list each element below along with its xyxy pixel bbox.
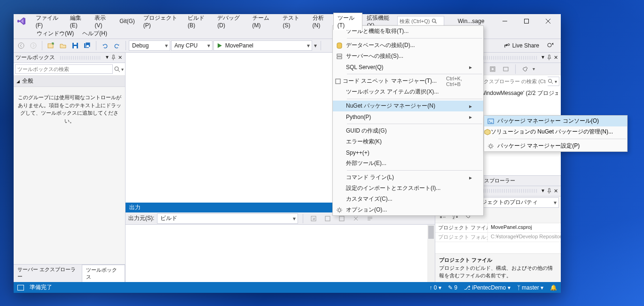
toolbox-category-general[interactable]: ◢全般 [14, 76, 125, 87]
status-changes[interactable]: ✎ 9 [448, 284, 457, 291]
tools-toolbox-items[interactable]: ツールボックス アイテムの選択(X)... [333, 86, 483, 97]
menu-git[interactable]: Git(G) [115, 16, 139, 26]
tools-snippets[interactable]: コード スニペット マネージャー(T)...Ctrl+K, Ctrl+B [333, 76, 483, 86]
sln-properties-button[interactable] [519, 63, 531, 75]
tools-server-connect[interactable]: サーバーへの接続(S)... [333, 51, 483, 62]
props-row-folder[interactable]: プロジェクト フォルダー C:¥storage¥Develop Reposito… [435, 233, 561, 242]
tools-sql-server[interactable]: SQL Server(Q)▸ [333, 62, 483, 72]
status-push[interactable]: ↑ 0 ▾ [429, 284, 441, 291]
window-menu-icon[interactable]: ▼ [541, 188, 545, 194]
close-pane-icon[interactable]: ✕ [117, 55, 123, 61]
tools-import-export[interactable]: 設定のインポートとエクスポート(I)... [333, 183, 483, 194]
maximize-button[interactable] [516, 15, 537, 28]
quick-search[interactable]: 検索 (Ctrl+Q) [397, 16, 444, 26]
status-notifications-icon[interactable]: 🔔 [550, 284, 557, 291]
svg-point-6 [18, 43, 24, 48]
redo-button[interactable] [111, 40, 123, 51]
window-menu-icon[interactable]: ▼ [541, 55, 545, 61]
nav-forward-button[interactable] [28, 40, 39, 51]
tab-server-explorer[interactable]: サーバー エクスプローラー [14, 265, 82, 282]
new-project-button[interactable] [45, 40, 56, 51]
pin-icon[interactable] [546, 188, 552, 194]
menu-file[interactable]: ファイル(F) [31, 13, 66, 30]
nuget-manage[interactable]: ソリューションの NuGet パッケージの管理(N)... [484, 126, 627, 137]
sln-showall-button[interactable] [500, 63, 511, 75]
output-title: 出力 [129, 204, 141, 212]
svg-point-7 [31, 43, 36, 48]
platform-combo[interactable]: Any CPU▾ [171, 40, 212, 51]
tools-spy[interactable]: Spy++(+) [333, 147, 483, 158]
sln-collapse-button[interactable] [487, 63, 498, 75]
live-share-button[interactable]: Live Share [501, 41, 542, 50]
status-repo[interactable]: ⎇ iPentecDemo ▾ [464, 284, 510, 291]
startup-combo[interactable]: MovePanel▾ [213, 40, 312, 51]
snippet-icon [335, 78, 341, 85]
svg-rect-14 [86, 45, 89, 47]
search-icon[interactable] [114, 66, 120, 72]
close-button[interactable] [537, 15, 559, 28]
tab-toolbox[interactable]: ツールボックス [82, 265, 125, 282]
search-icon[interactable] [548, 78, 553, 84]
tools-error-lookup[interactable]: エラー検索(K) [333, 136, 483, 147]
output-body [126, 225, 435, 282]
left-tabs: サーバー エクスプローラー ツールボックス [14, 264, 125, 282]
output-goto-button[interactable] [308, 213, 319, 224]
props-row-file[interactable]: プロジェクト ファイル MovePanel.csproj [435, 223, 561, 233]
menu-view[interactable]: 表示(V) [90, 13, 115, 30]
pin-icon[interactable] [110, 55, 116, 60]
grip-dots[interactable] [59, 56, 101, 60]
platform-value: Any CPU [174, 42, 197, 49]
menu-build[interactable]: ビルド(B) [183, 13, 213, 30]
nuget-console[interactable]: パッケージ マネージャー コンソール(O) [484, 116, 627, 126]
menu-debug[interactable]: デバッグ(D) [213, 13, 248, 30]
tools-external[interactable]: 外部ツール(E)... [333, 158, 483, 169]
svg-rect-10 [74, 46, 77, 48]
menu-analyze[interactable]: 分析(N) [308, 13, 333, 30]
status-window-icon [17, 285, 24, 290]
tools-options[interactable]: オプション(O)... [333, 204, 483, 215]
tools-customize[interactable]: カスタマイズ(C)... [333, 194, 483, 204]
tools-nuget[interactable]: NuGet パッケージ マネージャー(N)▸ [333, 101, 483, 111]
svg-line-1 [435, 22, 437, 24]
nuget-settings[interactable]: パッケージ マネージャー設定(P) [484, 141, 627, 151]
tools-cmdline[interactable]: コマンド ライン(L)▸ [333, 172, 483, 183]
open-button[interactable] [57, 40, 69, 51]
menu-window[interactable]: ウィンドウ(W) [32, 28, 78, 39]
gear-icon [336, 207, 343, 213]
output-source-combo[interactable]: ビルド▾ [157, 213, 298, 224]
menu-team[interactable]: チーム(M) [248, 13, 279, 30]
tools-db-connect[interactable]: データベースへの接続(D)... [333, 40, 483, 51]
toolbox-search-input[interactable] [15, 64, 113, 74]
menu-tools[interactable]: ツール(T) [333, 13, 363, 30]
props-desc-header: プロジェクト ファイル [439, 257, 557, 264]
window-menu-icon[interactable]: ▼ [105, 55, 110, 61]
status-bar: 準備完了 ↑ 0 ▾ ✎ 9 ⎇ iPentecDemo ▾ ᛉ master … [14, 282, 561, 293]
close-pane-icon[interactable]: ✕ [553, 188, 559, 194]
tools-python[interactable]: Python(P)▸ [333, 111, 483, 122]
minimize-button[interactable] [494, 15, 516, 28]
output-scrollbar[interactable] [427, 225, 435, 282]
tools-dropdown: ツールと機能を取得(T)... データベースへの接続(D)... サーバーへの接… [332, 25, 484, 216]
svg-rect-11 [74, 43, 77, 45]
output-prev-button[interactable] [322, 213, 333, 224]
nav-back-button[interactable] [16, 40, 27, 51]
svg-point-17 [115, 67, 118, 71]
save-button[interactable] [70, 40, 81, 51]
menu-edit[interactable]: 編集(E) [66, 13, 91, 30]
menu-help[interactable]: ヘルプ(H) [78, 28, 111, 39]
config-combo[interactable]: Debug▾ [129, 40, 170, 51]
undo-button[interactable] [99, 40, 110, 51]
svg-rect-3 [525, 19, 529, 24]
props-description: プロジェクト ファイル プロジェクトのビルド、構成、およびその他の情報を含むファ… [435, 253, 561, 282]
feedback-button[interactable] [545, 40, 556, 51]
status-branch[interactable]: ᛉ master ▾ [517, 284, 543, 291]
menu-project[interactable]: プロジェクト(P) [139, 13, 183, 30]
svg-line-26 [551, 82, 553, 84]
tools-create-guid[interactable]: GUID の作成(G) [333, 126, 483, 136]
menu-test[interactable]: テスト(S) [278, 13, 308, 30]
close-pane-icon[interactable]: ✕ [553, 55, 559, 61]
package-icon [484, 129, 491, 135]
pin-icon[interactable] [546, 55, 552, 60]
save-all-button[interactable] [82, 40, 93, 51]
toolbox-general-label: 全般 [22, 77, 33, 85]
